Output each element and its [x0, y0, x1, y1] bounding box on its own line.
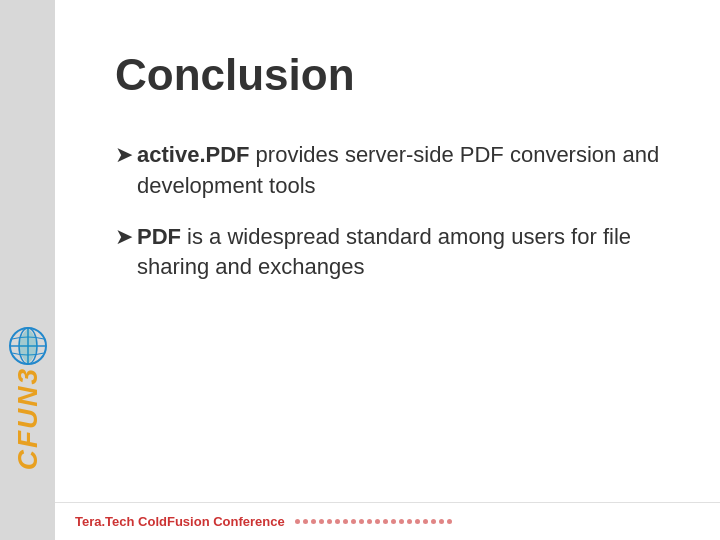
left-sidebar: CFUN3 — [0, 0, 55, 540]
bullet-list: ➤ active.PDF provides server-side PDF co… — [115, 140, 670, 283]
footer-dot — [367, 519, 372, 524]
footer-dot — [431, 519, 436, 524]
footer-dot — [399, 519, 404, 524]
footer-dot — [335, 519, 340, 524]
footer-dot — [327, 519, 332, 524]
slide-title: Conclusion — [115, 50, 670, 100]
footer-bar: Tera.Tech ColdFusion Conference — [55, 502, 720, 540]
bullet-item-1: ➤ active.PDF provides server-side PDF co… — [115, 140, 670, 202]
bullet-arrow-2: ➤ — [115, 222, 133, 253]
footer-dot — [439, 519, 444, 524]
footer-dot — [423, 519, 428, 524]
footer-dot — [319, 519, 324, 524]
footer-dot — [407, 519, 412, 524]
footer-dot — [343, 519, 348, 524]
footer-dot — [375, 519, 380, 524]
bullet-text-1: active.PDF provides server-side PDF conv… — [137, 140, 670, 202]
footer-dot — [415, 519, 420, 524]
footer-dots — [295, 519, 452, 524]
footer-brand-text: Tera.Tech ColdFusion Conference — [75, 514, 285, 529]
bullet-arrow-1: ➤ — [115, 140, 133, 171]
footer-dot — [311, 519, 316, 524]
bullet-text-2: PDF is a widespread standard among users… — [137, 222, 670, 284]
footer-dot — [383, 519, 388, 524]
footer-dot — [447, 519, 452, 524]
footer-dot — [391, 519, 396, 524]
footer-dot — [303, 519, 308, 524]
footer-dot — [359, 519, 364, 524]
bullet-item-2: ➤ PDF is a widespread standard among use… — [115, 222, 670, 284]
slide: CFUN3 Conclusion ➤ active.PDF provides s… — [0, 0, 720, 540]
footer-dot — [351, 519, 356, 524]
main-content: Conclusion ➤ active.PDF provides server-… — [55, 0, 720, 540]
sidebar-logo-text: CFUN3 — [12, 367, 44, 470]
footer-dot — [295, 519, 300, 524]
globe-icon — [7, 325, 49, 367]
